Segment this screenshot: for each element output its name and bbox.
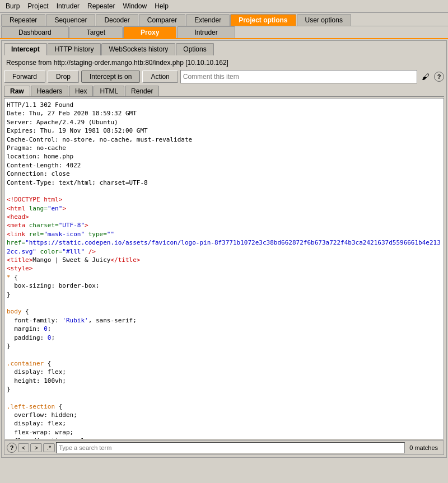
- search-input[interactable]: [56, 442, 405, 453]
- toolbar: Forward Drop Intercept is on Action 🖌 ?: [4, 70, 444, 83]
- tab-extender[interactable]: Extender: [186, 14, 230, 26]
- viewtab-headers[interactable]: Headers: [31, 86, 68, 96]
- top-tabs: Repeater Sequencer Decoder Comparer Exte…: [0, 13, 448, 26]
- viewtab-raw[interactable]: Raw: [4, 86, 30, 96]
- main-panel: Intercept HTTP history WebSockets histor…: [1, 40, 447, 458]
- drop-button[interactable]: Drop: [48, 71, 79, 83]
- content-area[interactable]: HTTP/1.1 302 Found Date: Thu, 27 Feb 202…: [4, 98, 444, 439]
- menu-intruder[interactable]: Intruder: [53, 1, 83, 11]
- bottom-help-icon[interactable]: ?: [7, 443, 17, 453]
- sub-tabs: Intercept HTTP history WebSockets histor…: [4, 43, 444, 55]
- bottom-bar: ? < > .* 0 matches: [4, 440, 444, 455]
- comment-input[interactable]: [180, 70, 417, 83]
- subtab-options[interactable]: Options: [176, 43, 213, 55]
- tab-decoder[interactable]: Decoder: [96, 14, 138, 26]
- menu-help[interactable]: Help: [151, 1, 172, 11]
- viewtab-html[interactable]: HTML: [94, 86, 124, 96]
- menu-window[interactable]: Window: [119, 1, 150, 11]
- forward-button[interactable]: Forward: [4, 71, 45, 83]
- tab-project-options[interactable]: Project options: [230, 14, 296, 26]
- tab-repeater[interactable]: Repeater: [1, 14, 45, 26]
- tab-target[interactable]: Target: [69, 26, 123, 38]
- help-icon[interactable]: ?: [434, 72, 444, 82]
- highlight-icon[interactable]: 🖌: [419, 71, 432, 83]
- prev-match-button[interactable]: <: [18, 443, 29, 452]
- subtab-websockets[interactable]: WebSockets history: [101, 43, 175, 55]
- menu-bar: Burp Project Intruder Repeater Window He…: [0, 0, 448, 13]
- second-tabs: Dashboard Target Proxy Intruder: [0, 26, 448, 39]
- tab-user-options[interactable]: User options: [297, 14, 351, 26]
- tab-dashboard[interactable]: Dashboard: [1, 26, 69, 38]
- subtab-http-history[interactable]: HTTP history: [48, 43, 101, 55]
- menu-repeater[interactable]: Repeater: [84, 1, 118, 11]
- tab-comparer[interactable]: Comparer: [139, 14, 185, 26]
- action-button[interactable]: Action: [142, 71, 178, 83]
- url-bar: Response from http://staging-order.mango…: [4, 58, 444, 68]
- menu-project[interactable]: Project: [24, 1, 52, 11]
- viewtab-hex[interactable]: Hex: [69, 86, 93, 96]
- subtab-intercept[interactable]: Intercept: [4, 43, 47, 55]
- viewtab-render[interactable]: Render: [125, 86, 159, 96]
- response-content: HTTP/1.1 302 Found Date: Thu, 27 Feb 202…: [7, 101, 441, 439]
- view-tabs: Raw Headers Hex HTML Render: [4, 86, 444, 97]
- menu-burp[interactable]: Burp: [2, 1, 23, 11]
- match-count: 0 matches: [406, 444, 441, 451]
- next-match-button[interactable]: >: [30, 443, 41, 452]
- intercept-toggle-button[interactable]: Intercept is on: [81, 71, 140, 83]
- regex-button[interactable]: .*: [43, 443, 55, 452]
- tab-intruder[interactable]: Intruder: [177, 26, 235, 38]
- tab-sequencer[interactable]: Sequencer: [46, 14, 95, 26]
- tab-proxy[interactable]: Proxy: [123, 26, 176, 38]
